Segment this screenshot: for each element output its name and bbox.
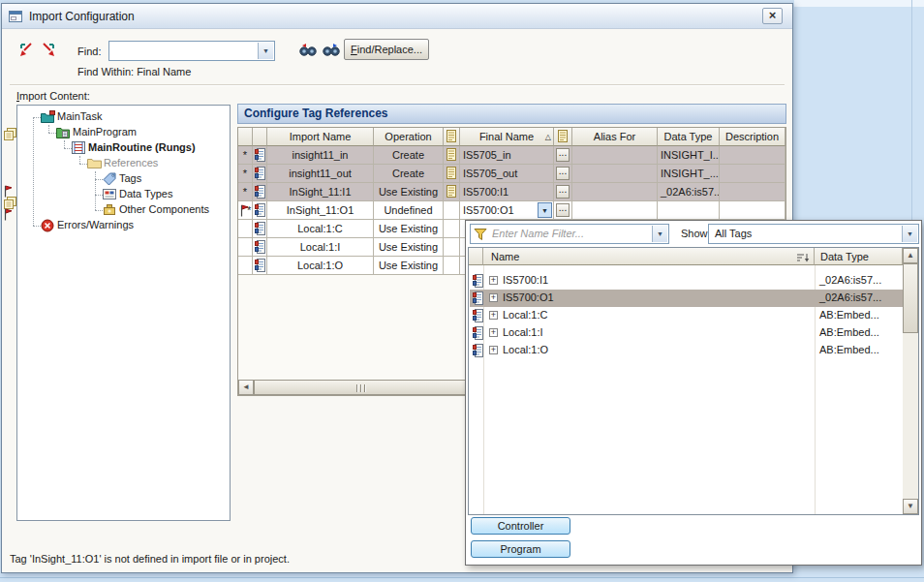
tag-list-name-header[interactable]: Name [483,248,815,265]
row-icon-cell[interactable] [253,146,267,165]
scroll-down-button[interactable]: ▼ [903,499,918,514]
data-type-cell[interactable]: INSIGHT_... [658,165,720,183]
alias-for-cell[interactable] [572,165,658,183]
column-header-browse-icon[interactable] [554,128,572,146]
scroll-thumb[interactable] [254,380,469,395]
show-dropdown-button[interactable]: ▼ [902,226,917,242]
edit-icon-cell[interactable] [444,220,460,238]
description-cell[interactable] [720,165,785,183]
column-header-data-type[interactable]: Data Type [658,128,720,146]
show-combobox[interactable]: All Tags ▼ [708,224,919,244]
tag-row[interactable]: + IS5700:I1 _02A6:is57... [470,272,903,290]
data-type-cell[interactable]: _02A6:is57... [658,183,720,201]
data-type-cell[interactable] [658,201,720,220]
edit-icon-cell[interactable] [444,201,460,220]
column-header-icon[interactable] [253,128,267,146]
operation-cell[interactable]: Use Existing [374,183,444,201]
row-marker-cell[interactable]: * [238,183,253,201]
filter-dropdown-button[interactable]: ▼ [652,226,667,242]
scroll-left-button[interactable]: ◄ [238,380,254,395]
description-cell[interactable] [720,201,785,220]
import-name-cell[interactable]: Local:1:O [267,257,374,275]
edit-icon-cell[interactable] [444,238,460,257]
alias-for-cell[interactable] [572,146,658,165]
find-replace-button[interactable]: Find/Replace... [344,39,429,60]
expand-icon[interactable]: + [489,311,498,320]
row-marker-cell[interactable]: * [238,146,253,165]
column-header-final-name[interactable]: Final Name△ [460,128,554,146]
expand-icon[interactable]: + [489,276,498,285]
edit-icon-cell[interactable] [444,146,460,165]
tag-row[interactable]: + Local:1:C AB:Embed... [470,307,903,324]
browse-button[interactable]: ... [556,185,570,199]
row-marker-cell[interactable]: * [238,201,253,220]
find-next-icon[interactable] [322,43,341,59]
import-name-cell[interactable]: insight11_in [267,146,374,165]
find-dropdown-button[interactable]: ▼ [258,43,273,59]
column-header-edit-icon[interactable] [444,128,460,146]
program-button[interactable]: Program [471,540,570,558]
tag-list-datatype-header[interactable]: Data Type [815,248,903,265]
final-name-dropdown-button[interactable]: ▼ [538,202,552,218]
browse-button[interactable]: ... [556,203,570,217]
expand-icon[interactable]: + [489,346,498,354]
operation-cell[interactable]: Undefined [374,201,444,220]
row-icon-cell[interactable] [253,220,267,238]
find-previous-icon[interactable] [298,43,318,59]
description-cell[interactable] [720,146,785,165]
final-name-cell[interactable]: IS5705_in [460,146,554,165]
edit-icon-cell[interactable] [444,257,460,275]
column-header-description[interactable]: Description [720,128,785,146]
tag-list-icon-column-header[interactable] [469,248,483,265]
final-name-cell[interactable]: IS5700:I1 [460,183,554,201]
final-name-cell[interactable]: IS5705_out [460,165,554,183]
row-marker-cell[interactable] [238,238,253,257]
row-marker-cell[interactable]: * [238,165,253,183]
name-filter-combobox[interactable]: Enter Name Filter... ▼ [470,224,669,244]
import-mapping-icon[interactable] [16,41,36,62]
scroll-thumb[interactable] [903,263,918,333]
column-header-operation[interactable]: Operation [374,128,444,146]
operation-cell[interactable]: Create [374,165,444,183]
row-icon-cell[interactable] [253,165,267,183]
tag-row[interactable]: + Local:1:I AB:Embed... [470,324,903,342]
data-type-cell[interactable]: INSIGHT_I... [658,146,720,165]
operation-cell[interactable]: Use Existing [374,220,444,238]
operation-cell[interactable]: Use Existing [374,257,444,275]
alias-for-cell[interactable] [572,183,658,201]
row-icon-cell[interactable] [253,201,267,220]
operation-cell[interactable]: Use Existing [374,238,444,257]
scroll-up-button[interactable]: ▲ [903,248,918,263]
tag-row-selected[interactable]: + IS5700:O1 _02A6:is57... [470,290,903,307]
sort-filter-icon[interactable] [796,251,810,265]
browse-button[interactable]: ... [556,148,570,162]
final-name-combo-cell[interactable]: IS5700:O1 ▼ [460,201,554,220]
row-marker-cell[interactable] [238,257,253,275]
controller-button[interactable]: Controller [471,517,570,535]
row-icon-cell[interactable] [253,238,267,257]
description-cell[interactable] [720,183,785,201]
import-name-cell[interactable]: InSight_11:O1 [267,201,374,220]
import-name-cell[interactable]: Local:1:I [267,238,374,257]
tag-list-scrollbar[interactable]: ▲ ▼ [903,248,918,514]
export-mapping-icon[interactable] [39,41,58,62]
column-header-import-name[interactable]: Import Name [267,128,374,146]
row-marker-cell[interactable] [238,220,253,238]
expand-icon[interactable]: + [489,293,498,302]
operation-cell[interactable]: Create [374,146,444,165]
import-name-cell[interactable]: Local:1:C [267,220,374,238]
edit-icon-cell[interactable] [444,165,460,183]
alias-for-cell[interactable] [572,201,658,220]
row-icon-cell[interactable] [253,183,267,201]
import-name-cell[interactable]: InSight_11:I1 [267,183,374,201]
title-bar[interactable]: Import Configuration × [2,4,792,29]
edit-icon-cell[interactable] [444,183,460,201]
find-combobox[interactable]: ▼ [108,41,275,61]
expand-icon[interactable]: + [489,328,498,337]
column-header-alias-for[interactable]: Alias For [572,128,658,146]
close-button[interactable]: × [762,8,783,24]
tag-row[interactable]: + Local:1:O AB:Embed... [470,342,903,359]
row-icon-cell[interactable] [253,257,267,275]
column-header-marker[interactable] [238,128,253,146]
import-name-cell[interactable]: insight11_out [267,165,374,183]
